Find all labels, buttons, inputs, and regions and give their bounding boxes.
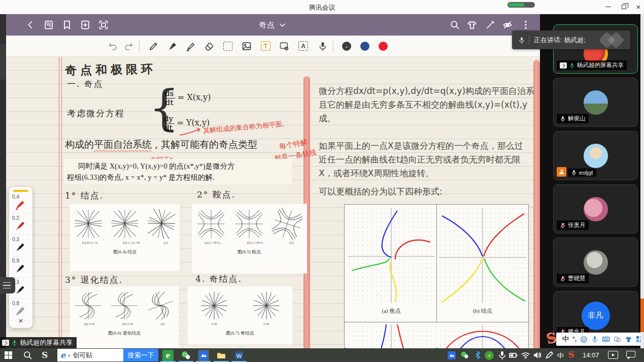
start-button[interactable]	[5, 351, 12, 359]
video-playback-tray-icon[interactable]	[608, 351, 618, 359]
mic-icon	[518, 37, 525, 44]
file-explorer-icon[interactable]	[216, 350, 227, 361]
black-pen[interactable]	[14, 284, 26, 295]
sogou-browser-icon[interactable]: S	[42, 350, 48, 360]
screen-share-icon	[560, 62, 567, 69]
paper-margin-line	[59, 57, 59, 348]
skin-shirt-icon[interactable]	[625, 336, 632, 343]
tencent-meeting-icon[interactable]	[198, 350, 209, 361]
bookmark-icon[interactable]	[62, 20, 72, 30]
participants-panel: 杨武超的屏幕共享 解俊山 eoljgt 张奥月	[540, 14, 640, 348]
wechat-icon[interactable]	[180, 350, 191, 361]
hw-sec4: 4. 奇结点.	[195, 273, 242, 285]
note-side-tab-handle[interactable]	[0, 44, 6, 80]
pen-tool-icon[interactable]	[167, 41, 178, 51]
search-go-button[interactable]: 搜索一下	[123, 349, 158, 361]
undo-icon[interactable]	[108, 41, 118, 51]
edit-pen-icon[interactable]	[485, 20, 495, 30]
outline-icon[interactable]	[44, 20, 54, 30]
typed-line: X，或者环绕X周期性地旋转。	[319, 168, 434, 179]
figure-6-4: (a) 0<λ₁<λ₂(b) λ₁<λ₂<0(c) 图(6.4) 结点	[70, 204, 180, 271]
insert-image-icon[interactable]	[242, 41, 252, 51]
close-pen-panel-button[interactable]: ×	[9, 316, 32, 325]
text-recognition-icon[interactable]: A	[298, 41, 308, 51]
participant-name-chip: 杨武超的屏幕共享	[557, 60, 627, 70]
translate-icon[interactable]	[614, 336, 621, 343]
ime-punct-toggle[interactable]: °,	[572, 336, 577, 343]
toolbar-separator	[139, 40, 140, 52]
gray-pen[interactable]	[14, 306, 26, 317]
select-rect-tool-icon[interactable]	[223, 42, 232, 51]
degenerate-node-portrait	[142, 286, 180, 325]
redo-icon[interactable]	[124, 41, 134, 51]
red-pen[interactable]	[14, 220, 26, 232]
browser-360-icon[interactable]: e	[162, 350, 174, 361]
meeting-watermark	[607, 31, 625, 49]
color-blue-button[interactable]	[360, 42, 369, 51]
pencil-tool-icon[interactable]	[148, 41, 158, 51]
node-portrait	[110, 208, 140, 240]
tray-360-icon[interactable]: +	[485, 351, 494, 360]
add-page-icon[interactable]	[80, 20, 90, 30]
eraser-tool-icon[interactable]	[204, 41, 214, 51]
mic-tool-icon[interactable]	[318, 41, 328, 51]
tray-sogou-icon[interactable]: S	[568, 349, 575, 359]
restore-button[interactable]	[616, 0, 631, 14]
minimize-button[interactable]	[600, 0, 616, 14]
back-icon[interactable]	[25, 20, 36, 30]
ie-browser-icon: e	[60, 350, 65, 360]
highlighter-tool-icon[interactable]	[186, 41, 196, 51]
volume-icon[interactable]	[532, 350, 542, 360]
participant-tile[interactable]: 曹晓慧	[553, 238, 638, 287]
tray-meeting-icon[interactable]	[447, 350, 456, 360]
tray-wechat-icon[interactable]	[460, 350, 469, 360]
theme-shirt-icon[interactable]	[467, 20, 477, 30]
hw-sec2: 2° 鞍点.	[197, 189, 235, 201]
battery-icon[interactable]	[509, 350, 518, 360]
taskbar-search-box[interactable]: e ▴ 创可贴	[57, 349, 123, 361]
screenshot-icon[interactable]	[98, 20, 109, 30]
color-current-button[interactable]: ⌄	[342, 42, 351, 51]
svg-text:W: W	[236, 353, 242, 359]
tray-lang-indicator[interactable]: 中	[557, 351, 564, 360]
taskbar-search-icon[interactable]	[23, 350, 32, 360]
hw-sec3: 3° 退化结点.	[65, 274, 123, 286]
black-pen[interactable]	[14, 242, 26, 253]
word-icon[interactable]: W	[233, 350, 245, 361]
mic-on-icon	[571, 170, 577, 176]
search-icon[interactable]	[450, 20, 460, 30]
windows-ink-icon[interactable]	[545, 350, 554, 360]
participant-tile[interactable]: eoljgt	[553, 131, 638, 180]
degenerate-node-portrait	[74, 290, 103, 321]
participant-tile[interactable]: 张奥月	[553, 184, 638, 234]
voice-input-icon[interactable]	[591, 336, 598, 343]
star-node-portrait	[252, 290, 281, 321]
ime-lang-toggle[interactable]: 中	[562, 335, 569, 344]
hw-red-note1: 其解组成的集合称为相平面,	[203, 119, 285, 136]
wifi-icon[interactable]	[521, 350, 530, 360]
saddle-portrait	[268, 204, 307, 244]
lasso-tool-icon[interactable]	[279, 41, 289, 51]
participant-name-chip: 解俊山	[557, 114, 589, 123]
emoji-icon[interactable]	[580, 336, 588, 343]
color-red-button[interactable]	[379, 42, 388, 51]
window-title: 腾讯会议	[0, 3, 644, 12]
black-pen[interactable]	[14, 263, 26, 274]
doc-title[interactable]: 奇点	[259, 20, 275, 30]
partial-plot-left	[347, 324, 436, 348]
more-menu-icon[interactable]	[521, 20, 531, 30]
hide-eye-off-icon[interactable]	[502, 20, 513, 30]
notifications-icon[interactable]	[626, 351, 635, 357]
close-button[interactable]: ×	[631, 0, 644, 14]
floating-list-handle[interactable]	[0, 277, 15, 293]
share-label-text: 杨武超的屏幕共享	[20, 338, 73, 347]
clock[interactable]: 14:07	[583, 351, 599, 359]
text-tool-icon[interactable]: T	[261, 41, 270, 51]
bluetooth-icon[interactable]	[473, 350, 483, 360]
participant-tile[interactable]: 解俊山	[553, 78, 638, 127]
tray-mic-icon[interactable]	[497, 350, 507, 360]
note-page[interactable]: 奇点和极限环 一. 奇点 考虑微分方程 { dsdt = X(x,y) dydt…	[6, 57, 540, 348]
red-marker-pen[interactable]	[14, 199, 26, 210]
keyboard-icon[interactable]	[602, 335, 610, 343]
chevron-down-icon[interactable]	[279, 22, 286, 28]
